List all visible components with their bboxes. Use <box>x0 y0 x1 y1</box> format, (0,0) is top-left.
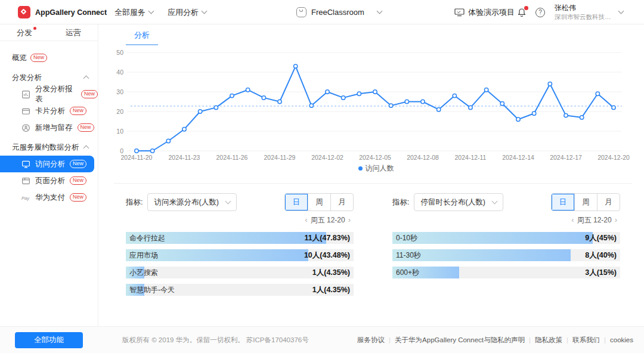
bar-label: 命令行拉起 <box>129 232 165 244</box>
help-button[interactable]: ? <box>535 0 545 24</box>
user-menu-chevron[interactable] <box>619 0 623 24</box>
metric-panels: 指标: 访问来源分布(人数) 日周月 ‹周五 12-20› 命令行拉起11人(4… <box>126 193 620 301</box>
svg-text:40: 40 <box>116 69 123 76</box>
prev-date-arrow[interactable]: ‹ <box>302 215 310 224</box>
demo-project-button[interactable]: 体验演示项目 <box>454 0 515 24</box>
chevron-down-icon <box>492 199 498 205</box>
footer-link[interactable]: 联系我们 <box>572 336 600 343</box>
user-account[interactable]: 张松伟 深圳市智云数科技术有限... <box>555 3 617 21</box>
appgallery-logo-text: AppGallery Connect <box>35 8 107 17</box>
svg-text:2024-12-08: 2024-12-08 <box>407 154 439 161</box>
bar-fill <box>392 232 593 244</box>
bar-row: 0-10秒9人(45%) <box>392 232 620 244</box>
svg-text:2024-12-20: 2024-12-20 <box>597 154 630 161</box>
granularity-tab[interactable]: 月 <box>597 194 620 210</box>
bar-row: 应用市场10人(43.48%) <box>126 249 354 261</box>
tab-analysis[interactable]: 分析 <box>126 24 158 45</box>
chevron-down-icon <box>618 8 624 14</box>
sidebar-item-label: 分发分析报表 <box>35 84 76 104</box>
user-name: 张松伟 <box>555 3 617 13</box>
prev-date-arrow[interactable]: ‹ <box>568 215 577 224</box>
sidebar-item-card-analysis[interactable]: 卡片分析New <box>0 103 98 119</box>
svg-text:2024-11-23: 2024-11-23 <box>169 154 200 161</box>
svg-text:2024-11-29: 2024-11-29 <box>264 154 296 161</box>
app-selector[interactable]: FreeClassroom <box>296 0 382 24</box>
footer-link[interactable]: 关于华为AppGallery Connect与隐私的声明 <box>395 336 525 343</box>
bar-value: 11人(47.83%) <box>305 232 350 244</box>
bar-row: 11-30秒8人(40%) <box>392 249 620 261</box>
footer-link[interactable]: 服务协议 <box>357 336 385 343</box>
svg-text:30: 30 <box>116 88 123 95</box>
appgallery-logo[interactable]: AppGallery Connect <box>18 0 107 24</box>
bar-list: 0-10秒9人(45%)11-30秒8人(40%)600+秒3人(15%) <box>392 232 620 278</box>
granularity-tabs: 日周月 <box>284 193 354 211</box>
page-icon <box>21 176 30 185</box>
sidebar-menu: 概览New分发分析分发分析报表New卡片分析New新增与留存New元服务履约数据… <box>0 41 98 206</box>
visits-line-chart: 010203040502024-11-202024-11-232024-11-2… <box>114 47 638 174</box>
menu-all-services[interactable]: 全部服务 <box>114 0 153 24</box>
pay-icon: Pay <box>21 193 30 202</box>
collapse-icon <box>83 76 89 82</box>
app-selector-value: FreeClassroom <box>311 8 364 17</box>
notifications-button[interactable] <box>516 0 527 24</box>
chevron-down-icon <box>148 8 154 14</box>
report-icon <box>21 90 30 99</box>
sidebar-tab-distribution[interactable]: 分发 <box>0 24 49 41</box>
panel-stay-duration: 指标: 停留时长分布(人数) 日周月 ‹周五 12-20› 0-10秒9人(45… <box>392 193 620 301</box>
collapse-icon <box>83 145 89 151</box>
app-icon <box>296 7 306 17</box>
monitor-icon <box>21 160 30 169</box>
sidebar-item-access-analysis[interactable]: 访问分析New <box>0 156 94 172</box>
main-content: 分析 010203040502024-11-202024-11-232024-1… <box>99 24 644 326</box>
sidebar-item-distribution-analysis-group[interactable]: 分发分析 <box>0 69 98 86</box>
sidebar-item-distribution-report[interactable]: 分发分析报表New <box>0 86 98 103</box>
bar-row: 小艺搜索1人(4.35%) <box>126 267 354 278</box>
new-badge: New <box>78 123 94 132</box>
bar-label: 小艺搜索 <box>129 267 158 278</box>
next-date-arrow[interactable]: › <box>612 215 620 224</box>
all-features-button[interactable]: 全部功能 <box>15 332 83 348</box>
sidebar-item-label: 页面分析 <box>35 176 65 186</box>
svg-text:20: 20 <box>116 108 123 115</box>
metric-select[interactable]: 访问来源分布(人数) <box>147 193 237 211</box>
footer-link[interactable]: cookies <box>610 336 633 343</box>
sidebar-item-new-and-retention[interactable]: 新增与留存New <box>0 119 98 136</box>
footer-link[interactable]: 隐私政策 <box>535 336 562 343</box>
svg-text:10: 10 <box>116 128 123 135</box>
metric-select[interactable]: 停留时长分布(人数) <box>414 193 503 211</box>
bar-value: 3人(15%) <box>585 267 617 278</box>
chart-legend[interactable]: 访问人数 <box>114 163 638 174</box>
sidebar-tab-operation[interactable]: 运营 <box>49 24 98 41</box>
bar-label: 应用市场 <box>129 249 158 261</box>
next-date-arrow[interactable]: › <box>345 215 354 224</box>
footer-links: 服务协议|关于华为AppGallery Connect与隐私的声明|隐私政策|联… <box>357 327 633 353</box>
granularity-tab[interactable]: 月 <box>330 194 353 210</box>
sidebar-item-huawei-pay[interactable]: Pay华为支付New <box>0 189 98 206</box>
bar-label: 11-30秒 <box>396 249 421 261</box>
granularity-tab[interactable]: 日 <box>552 194 574 210</box>
svg-text:2024-11-20: 2024-11-20 <box>121 154 153 161</box>
separator: | <box>389 336 391 343</box>
legend-dot-icon <box>358 166 363 171</box>
sidebar-item-overview[interactable]: 概览New <box>0 49 98 66</box>
screen-icon <box>454 8 465 17</box>
metric-label: 指标: <box>126 197 143 208</box>
date-navigator: ‹周五 12-20› <box>392 215 620 225</box>
top-header: AppGallery Connect 全部服务 应用分析 FreeClassro… <box>0 0 644 24</box>
granularity-tab[interactable]: 周 <box>574 194 597 210</box>
sidebar-item-atomic-service-group[interactable]: 元服务履约数据分析 <box>0 139 98 156</box>
separator: | <box>566 336 568 343</box>
chevron-down-icon <box>225 199 231 205</box>
page-footer: 全部功能 版权所有 © 2019 华为。保留一切权利。 苏ICP备1704037… <box>0 326 644 353</box>
section-divider <box>114 183 632 184</box>
retention-icon <box>21 123 30 132</box>
svg-text:2024-12-17: 2024-12-17 <box>550 154 582 161</box>
sidebar-item-page-analysis[interactable]: 页面分析New <box>0 172 98 189</box>
granularity-tab[interactable]: 周 <box>308 194 330 210</box>
chevron-down-icon <box>376 8 382 14</box>
sidebar-item-label: 概览 <box>12 53 27 63</box>
granularity-tab[interactable]: 日 <box>285 194 308 210</box>
bar-label: 智慧助手-今天 <box>129 284 175 296</box>
appgallery-logo-icon <box>18 6 30 18</box>
menu-app-analysis[interactable]: 应用分析 <box>168 0 206 24</box>
